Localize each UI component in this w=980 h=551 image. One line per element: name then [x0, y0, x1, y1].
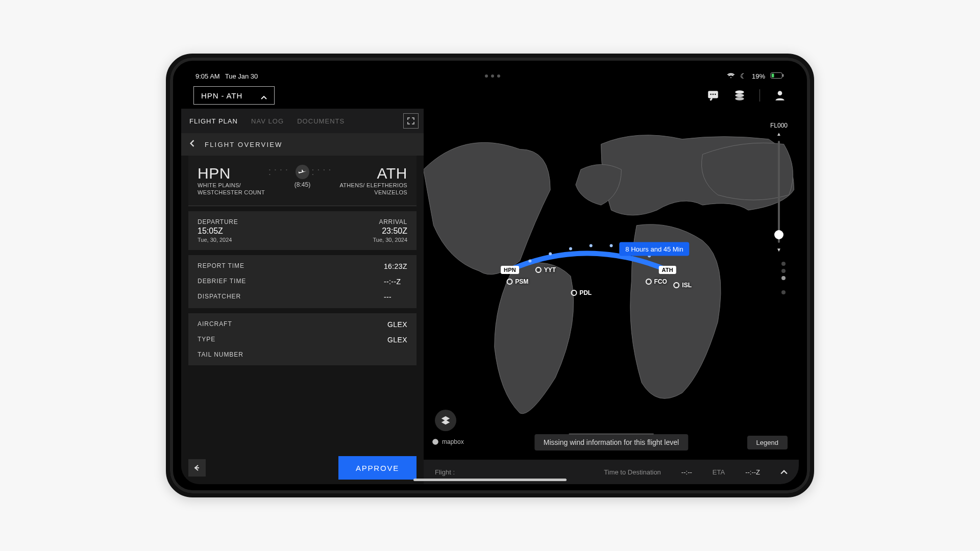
ttd-label: Time to Destination — [604, 468, 661, 476]
side-panel-tabs: FLIGHT PLAN NAV LOG DOCUMENTS — [181, 109, 424, 133]
svg-rect-1 — [782, 74, 783, 77]
moon-icon: ☾ — [740, 72, 747, 80]
multitask-dots[interactable] — [485, 74, 500, 78]
svg-rect-2 — [772, 73, 774, 77]
waypoint-ring-icon — [646, 279, 652, 285]
chevron-up-icon — [261, 92, 267, 98]
svg-point-6 — [715, 94, 716, 95]
arrival-label: ARRIVAL — [379, 218, 407, 226]
slider-thumb[interactable] — [774, 230, 783, 239]
arrival-time: 23:50Z — [382, 227, 407, 236]
messages-button[interactable] — [706, 89, 720, 102]
status-time: 9:05 AM — [195, 72, 220, 80]
waypoint-ring-icon — [506, 279, 512, 285]
chevron-left-icon — [189, 140, 197, 149]
legend-button[interactable]: Legend — [747, 436, 788, 449]
status-left: 9:05 AM Tue Jan 30 — [195, 72, 258, 80]
svg-point-20 — [432, 439, 438, 445]
tab-documents[interactable]: DOCUMENTS — [297, 117, 345, 125]
back-button[interactable] — [188, 459, 206, 477]
waypoint-ring-icon — [571, 290, 577, 296]
ttd-value: --:-- — [681, 468, 692, 476]
departure-label: DEPARTURE — [198, 218, 238, 226]
svg-point-5 — [713, 94, 714, 95]
data-layers-button[interactable] — [733, 89, 746, 102]
flight-duration: (8:45) — [295, 181, 310, 188]
vertical-divider — [760, 89, 760, 102]
eta-value: --:--Z — [745, 468, 760, 476]
dash-left: • • • • • — [269, 167, 292, 177]
tail-value — [387, 351, 407, 358]
svg-point-8 — [735, 94, 744, 97]
home-indicator[interactable] — [413, 479, 567, 481]
crew-card: REPORT TIME 16:23Z DEBRIEF TIME --:--Z D… — [188, 255, 416, 308]
tab-nav-log[interactable]: NAV LOG — [251, 117, 284, 125]
slider-track[interactable] — [778, 141, 780, 243]
subhead-title: FLIGHT OVERVIEW — [205, 141, 283, 148]
tab-flight-plan[interactable]: FLIGHT PLAN — [189, 117, 238, 125]
report-time-label: REPORT TIME — [198, 262, 384, 270]
departure-date: Tue, 30, 2024 — [198, 237, 238, 243]
footer-expand[interactable] — [780, 468, 788, 476]
svg-point-12 — [549, 252, 552, 255]
route-label: HPN - ATH — [201, 91, 242, 100]
dash-right: • • • • • — [312, 167, 336, 177]
status-right: ☾ 19% — [727, 71, 785, 81]
dest-name: ATHENS/ ELEFTHERIOS VENIZELOS — [336, 182, 407, 196]
svg-point-11 — [528, 259, 531, 262]
app-bar: HPN - ATH — [193, 82, 787, 109]
svg-point-13 — [569, 247, 572, 251]
status-bar: 9:05 AM Tue Jan 30 ☾ 19% — [195, 70, 785, 82]
route-selector[interactable]: HPN - ATH — [193, 86, 275, 105]
battery-pct: 19% — [752, 72, 765, 80]
flight-level-slider[interactable]: FL000 ▲ ▼ — [770, 122, 788, 253]
map-area[interactable]: HPN ATH 8 Hours and 45 Min PSM YYT PDL F… — [424, 109, 799, 484]
chevron-up-icon[interactable]: ▲ — [776, 131, 781, 137]
aircraft-card: AIRCRAFT GLEX TYPE GLEX TAIL NUMBER — [188, 313, 416, 365]
svg-point-10 — [778, 91, 782, 95]
side-panel: FLIGHT PLAN NAV LOG DOCUMENTS FLIGHT OVE… — [181, 109, 424, 484]
fl-label: FL000 — [770, 122, 788, 129]
map-origin-pill[interactable]: HPN — [501, 266, 519, 274]
waypoint-psm[interactable]: PSM — [506, 278, 528, 285]
times-card: DEPARTURE 15:05Z Tue, 30, 2024 ARRIVAL 2… — [188, 211, 416, 250]
approve-button[interactable]: APPROVE — [338, 456, 416, 480]
debrief-time: --:--Z — [384, 278, 407, 286]
altitude-dots[interactable] — [781, 262, 786, 294]
bottom-bar: APPROVE — [181, 452, 424, 484]
mapbox-label: mapbox — [442, 438, 464, 445]
plane-icon — [296, 165, 309, 179]
svg-point-7 — [735, 90, 744, 94]
route-card: HPN WHITE PLAINS/ WESTCHESTER COUNT • • … — [188, 156, 416, 206]
profile-button[interactable] — [773, 89, 787, 102]
waypoint-isl[interactable]: ISL — [673, 282, 692, 289]
aircraft-label: AIRCRAFT — [198, 320, 387, 329]
expand-button[interactable] — [403, 113, 419, 129]
world-map[interactable] — [424, 109, 799, 484]
svg-point-9 — [735, 97, 744, 101]
waypoint-yyt[interactable]: YYT — [535, 266, 556, 273]
debrief-label: DEBRIEF TIME — [198, 278, 384, 286]
wifi-icon — [727, 71, 735, 81]
type-value: GLEX — [387, 336, 407, 344]
origin-name: WHITE PLAINS/ WESTCHESTER COUNT — [198, 182, 269, 196]
arrival-date: Tue, 30, 2024 — [373, 237, 407, 243]
map-layers-button[interactable] — [435, 410, 456, 431]
battery-icon — [770, 72, 785, 81]
departure-time: 15:05Z — [198, 227, 238, 236]
eta-label: ETA — [713, 468, 725, 476]
map-attribution: mapbox — [432, 438, 464, 445]
waypoint-ring-icon — [535, 267, 542, 273]
subhead[interactable]: FLIGHT OVERVIEW — [181, 133, 424, 156]
map-dest-pill[interactable]: ATH — [659, 266, 676, 274]
svg-point-4 — [710, 94, 712, 95]
waypoint-pdl[interactable]: PDL — [571, 289, 592, 296]
type-label: TYPE — [198, 336, 387, 344]
dispatcher: --- — [384, 293, 407, 301]
eta-tooltip: 8 Hours and 45 Min — [619, 242, 689, 256]
svg-point-15 — [610, 244, 613, 247]
waypoint-fco[interactable]: FCO — [646, 278, 667, 285]
report-time: 16:23Z — [384, 262, 407, 270]
chevron-down-icon[interactable]: ▼ — [776, 247, 781, 253]
status-date: Tue Jan 30 — [225, 72, 258, 80]
